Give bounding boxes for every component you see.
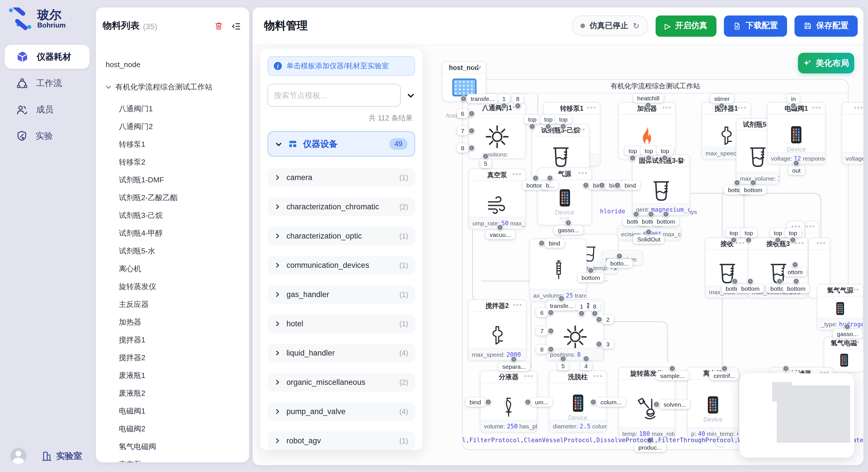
tree-item[interactable]: 试剂瓶5-水	[96, 242, 249, 260]
collapse-list-icon[interactable]	[231, 22, 241, 31]
simulation-status-pill[interactable]: 仿真已停止 ↻	[572, 15, 648, 36]
node-menu-icon[interactable]: •••	[524, 372, 533, 380]
canvas-node-固体试剂瓶3-氯化镁[interactable]: 固体试剂瓶3-氯化镁•••gent: magnesium_chloride	[632, 154, 690, 216]
port-chip-in[interactable]: in›	[787, 94, 800, 103]
port-chip-bottom[interactable]: bottom›	[783, 284, 809, 293]
port-chip-transfe[interactable]: transfe...›	[546, 301, 578, 310]
port-chip-SolidOut[interactable]: SolidOut›	[633, 235, 664, 244]
port-dot-icon[interactable]: ›	[559, 295, 565, 302]
port-chip-top[interactable]: top›	[625, 146, 641, 156]
port-chip-4[interactable]: 4›	[580, 361, 592, 370]
port-dot-icon[interactable]: ›	[515, 103, 521, 109]
port-dot-icon[interactable]: ›	[648, 211, 654, 217]
port-chip-top[interactable]: top›	[725, 228, 742, 237]
port-dot-icon[interactable]: ›	[663, 211, 669, 217]
canvas-node-搅拌器2[interactable]: 搅拌器2•••max_speed: 2000	[468, 299, 526, 361]
tree-item[interactable]: 转移泵2	[96, 153, 249, 171]
port-dot-icon[interactable]: ›	[776, 278, 783, 284]
port-chip-7[interactable]: 7›	[457, 126, 468, 135]
node-menu-icon[interactable]: •••	[677, 156, 686, 164]
port-dot-icon[interactable]: ›	[546, 123, 552, 130]
port-dot-icon[interactable]: ›	[633, 211, 639, 217]
port-dot-icon[interactable]: ›	[731, 237, 737, 243]
port-dot-icon[interactable]: ›	[844, 324, 851, 330]
node-menu-icon[interactable]: •••	[513, 301, 522, 309]
port-dot-icon[interactable]: ›	[793, 278, 799, 284]
port-dot-icon[interactable]: ›	[583, 182, 589, 189]
node-menu-icon[interactable]: •••	[576, 125, 586, 134]
port-dot-icon[interactable]: ›	[646, 229, 652, 235]
port-dot-icon[interactable]: ›	[560, 123, 567, 130]
node-menu-icon[interactable]: •••	[473, 63, 482, 71]
node-menu-icon[interactable]: •••	[850, 285, 859, 294]
port-dot-icon[interactable]: ›	[747, 278, 753, 284]
tree-item[interactable]: 废液瓶2	[96, 384, 249, 402]
sidebar-item-members[interactable]: 成员	[5, 98, 90, 122]
port-chip-um[interactable]: um...›	[531, 398, 553, 407]
port-chip-solven[interactable]: solven...›	[660, 400, 690, 409]
port-chip-top[interactable]: top›	[641, 146, 657, 156]
port-dot-icon[interactable]: ›	[614, 182, 621, 189]
canvas-node-氢气气源[interactable]: 氢气气源•••Device_type: hydrogen max_pre	[817, 284, 863, 330]
category-camera[interactable]: camera (1)	[268, 168, 415, 187]
port-chip-top[interactable]: top›	[540, 115, 557, 124]
tree-item[interactable]: 试剂瓶2-乙酸乙酯	[96, 189, 249, 206]
start-simulation-button[interactable]: ▷ 开启仿真	[656, 15, 716, 36]
port-dot-icon[interactable]: ›	[653, 401, 660, 407]
port-chip-bind[interactable]: bind›	[466, 398, 485, 407]
port-chip-sample[interactable]: sample...›	[656, 371, 689, 380]
port-chip-1[interactable]: 1›	[498, 94, 510, 103]
canvas-node-fragment[interactable]: ax_volume: 25 transfer_rate: 10	[529, 239, 587, 302]
tree-item[interactable]: 电磁阀2	[96, 420, 249, 438]
node-menu-icon[interactable]: •••	[850, 338, 860, 346]
port-dot-icon[interactable]: ›	[719, 103, 725, 109]
port-dot-icon[interactable]: ›	[588, 267, 594, 274]
port-dot-icon[interactable]: ›	[460, 96, 467, 102]
port-chip-top[interactable]: top›	[741, 228, 757, 237]
port-dot-icon[interactable]: ›	[590, 399, 596, 405]
node-menu-icon[interactable]: •••	[593, 372, 603, 380]
port-dot-icon[interactable]: ›	[662, 155, 668, 161]
port-dot-icon[interactable]: ›	[790, 103, 797, 109]
port-chip-separa[interactable]: separa...›	[498, 362, 530, 371]
port-dot-icon[interactable]: ›	[599, 182, 605, 189]
port-dot-icon[interactable]: ›	[783, 365, 789, 372]
minimap[interactable]	[739, 373, 854, 458]
port-chip-6[interactable]: 6›	[536, 308, 548, 317]
node-menu-icon[interactable]: •••	[817, 239, 826, 247]
sidebar-item-lab[interactable]: 实验室	[41, 450, 82, 461]
tree-item[interactable]: 废液瓶1	[96, 367, 249, 384]
port-chip-8[interactable]: 8›	[536, 345, 548, 354]
port-chip-8[interactable]: 8›	[512, 94, 524, 103]
port-dot-icon[interactable]: ›	[529, 123, 536, 130]
node-menu-icon[interactable]: •••	[812, 103, 822, 112]
category-characterization_optic[interactable]: characterization_optic (1)	[268, 227, 415, 245]
tree-item[interactable]: 电磁阀1	[96, 402, 249, 420]
port-chip-produc[interactable]: produc...›	[634, 443, 666, 452]
port-dot-icon[interactable]: ›	[645, 102, 652, 108]
port-dot-icon[interactable]: ›	[792, 262, 798, 268]
port-chip-top[interactable]: top›	[524, 115, 540, 124]
port-chip-transfe[interactable]: transfe...›	[467, 94, 498, 103]
port-chip-b[interactable]: b...›	[542, 181, 558, 190]
port-chip-top[interactable]: top›	[770, 228, 786, 237]
tree-item[interactable]: 主反应器	[96, 295, 249, 313]
canvas-node-气源[interactable]: 气源•••Device气源	[537, 167, 592, 225]
port-chip-2[interactable]: 2›	[602, 315, 614, 324]
port-dot-icon[interactable]: ›	[732, 278, 738, 284]
node-menu-icon[interactable]: •••	[578, 169, 588, 177]
port-dot-icon[interactable]: ›	[560, 356, 566, 362]
category-communication_devices[interactable]: communication_devices (1)	[268, 256, 415, 275]
port-chip-3[interactable]: 3›	[602, 339, 614, 349]
port-dot-icon[interactable]: ›	[497, 224, 503, 231]
port-chip-bottom[interactable]: bottom›	[578, 273, 604, 282]
port-chip-6[interactable]: 6›	[457, 109, 468, 118]
node-menu-icon[interactable]: •••	[513, 170, 522, 178]
category-hotel[interactable]: hotel (1)	[268, 314, 415, 333]
port-chip-top[interactable]: top›	[657, 146, 673, 156]
port-chip-centrif[interactable]: centrif...›	[710, 371, 739, 380]
port-chip-top[interactable]: top›	[555, 115, 571, 124]
port-chip-heatchill[interactable]: heatchill›	[633, 94, 663, 103]
port-dot-icon[interactable]: ›	[734, 179, 740, 186]
port-dot-icon[interactable]: ›	[596, 316, 602, 323]
